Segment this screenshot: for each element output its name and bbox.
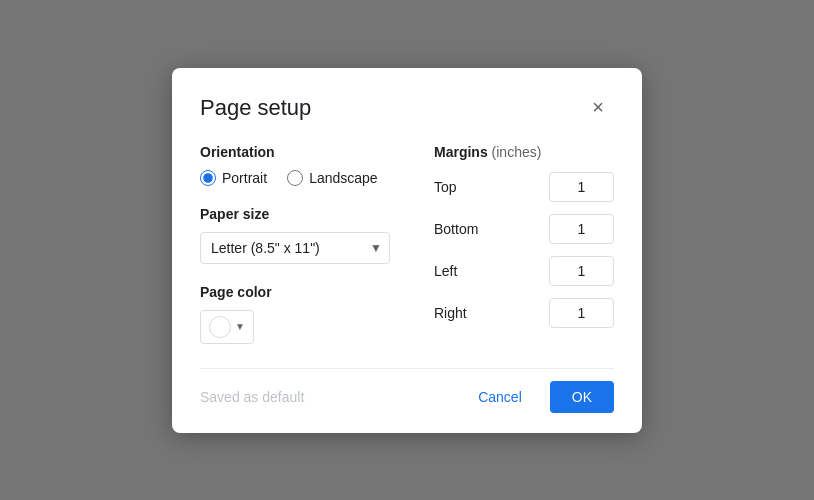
landscape-option[interactable]: Landscape bbox=[287, 170, 378, 186]
margin-bottom-row: Bottom bbox=[434, 214, 614, 244]
page-setup-dialog: Page setup × Orientation Portrait Landsc… bbox=[172, 68, 642, 433]
margin-left-label: Left bbox=[434, 263, 484, 279]
saved-default-text: Saved as default bbox=[200, 389, 304, 405]
dialog-title: Page setup bbox=[200, 95, 311, 121]
close-button[interactable]: × bbox=[582, 92, 614, 124]
orientation-options: Portrait Landscape bbox=[200, 170, 402, 186]
paper-size-section: Paper size Letter (8.5" x 11") A4 (210 x… bbox=[200, 206, 402, 264]
margins-label: Margins (inches) bbox=[434, 144, 614, 160]
dialog-header: Page setup × bbox=[200, 92, 614, 124]
portrait-label: Portrait bbox=[222, 170, 267, 186]
portrait-radio[interactable] bbox=[200, 170, 216, 186]
margin-left-input[interactable] bbox=[549, 256, 614, 286]
left-column: Orientation Portrait Landscape Paper siz… bbox=[200, 144, 402, 344]
footer-buttons: Cancel OK bbox=[462, 381, 614, 413]
page-color-label: Page color bbox=[200, 284, 402, 300]
dialog-footer: Saved as default Cancel OK bbox=[200, 368, 614, 413]
portrait-option[interactable]: Portrait bbox=[200, 170, 267, 186]
right-column: Margins (inches) Top Bottom Left Right bbox=[434, 144, 614, 344]
dialog-body: Orientation Portrait Landscape Paper siz… bbox=[200, 144, 614, 344]
margins-unit-text: (inches) bbox=[492, 144, 542, 160]
margin-top-label: Top bbox=[434, 179, 484, 195]
cancel-button[interactable]: Cancel bbox=[462, 381, 538, 413]
margin-bottom-input[interactable] bbox=[549, 214, 614, 244]
page-color-section: Page color ▼ bbox=[200, 284, 402, 344]
margin-top-input[interactable] bbox=[549, 172, 614, 202]
color-swatch bbox=[209, 316, 231, 338]
color-dropdown-icon: ▼ bbox=[235, 321, 245, 332]
margin-right-label: Right bbox=[434, 305, 484, 321]
landscape-label: Landscape bbox=[309, 170, 378, 186]
paper-size-wrapper: Letter (8.5" x 11") A4 (210 x 297 mm) Le… bbox=[200, 232, 390, 264]
paper-size-select[interactable]: Letter (8.5" x 11") A4 (210 x 297 mm) Le… bbox=[200, 232, 390, 264]
margin-right-input[interactable] bbox=[549, 298, 614, 328]
margin-right-row: Right bbox=[434, 298, 614, 328]
margin-left-row: Left bbox=[434, 256, 614, 286]
orientation-label: Orientation bbox=[200, 144, 402, 160]
page-color-button[interactable]: ▼ bbox=[200, 310, 254, 344]
landscape-radio[interactable] bbox=[287, 170, 303, 186]
margin-top-row: Top bbox=[434, 172, 614, 202]
ok-button[interactable]: OK bbox=[550, 381, 614, 413]
paper-size-label: Paper size bbox=[200, 206, 402, 222]
margins-label-text: Margins bbox=[434, 144, 488, 160]
margin-bottom-label: Bottom bbox=[434, 221, 484, 237]
